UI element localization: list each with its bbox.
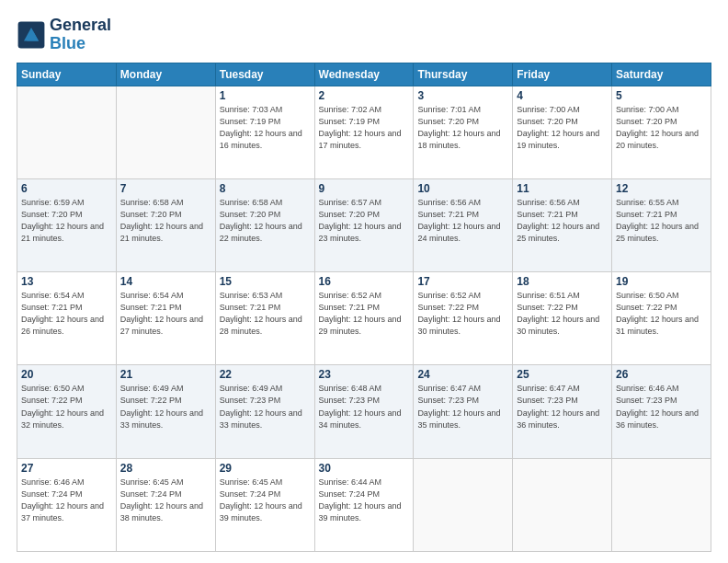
calendar-week-1: 1Sunrise: 7:03 AMSunset: 7:19 PMDaylight… — [17, 86, 711, 178]
day-info: Sunrise: 6:52 AMSunset: 7:22 PMDaylight:… — [417, 290, 508, 338]
day-info: Sunrise: 6:49 AMSunset: 7:22 PMDaylight:… — [120, 383, 211, 431]
day-number: 18 — [517, 275, 608, 288]
day-number: 16 — [319, 275, 410, 288]
day-info: Sunrise: 7:00 AMSunset: 7:20 PMDaylight:… — [616, 104, 707, 152]
day-info: Sunrise: 6:47 AMSunset: 7:23 PMDaylight:… — [417, 383, 508, 431]
calendar-week-2: 6Sunrise: 6:59 AMSunset: 7:20 PMDaylight… — [17, 178, 711, 271]
calendar-cell: 4Sunrise: 7:00 AMSunset: 7:20 PMDaylight… — [513, 86, 612, 178]
day-number: 9 — [319, 182, 410, 195]
day-info: Sunrise: 6:54 AMSunset: 7:21 PMDaylight:… — [120, 290, 211, 338]
day-info: Sunrise: 6:45 AMSunset: 7:24 PMDaylight:… — [120, 477, 211, 524]
calendar-cell: 12Sunrise: 6:55 AMSunset: 7:21 PMDayligh… — [612, 178, 711, 271]
day-number: 19 — [616, 275, 707, 288]
day-number: 17 — [417, 275, 508, 288]
day-number: 30 — [319, 462, 410, 475]
day-number: 3 — [417, 89, 508, 102]
day-info: Sunrise: 6:51 AMSunset: 7:22 PMDaylight:… — [517, 290, 608, 338]
day-number: 4 — [517, 89, 608, 102]
day-number: 10 — [417, 182, 508, 195]
day-info: Sunrise: 6:50 AMSunset: 7:22 PMDaylight:… — [21, 383, 112, 431]
calendar-table: SundayMondayTuesdayWednesdayThursdayFrid… — [17, 63, 711, 552]
weekday-header-monday: Monday — [116, 63, 215, 86]
calendar-cell: 8Sunrise: 6:58 AMSunset: 7:20 PMDaylight… — [215, 178, 314, 271]
day-number: 2 — [319, 89, 410, 102]
day-info: Sunrise: 6:46 AMSunset: 7:23 PMDaylight:… — [616, 383, 707, 431]
day-info: Sunrise: 6:48 AMSunset: 7:23 PMDaylight:… — [319, 383, 410, 431]
calendar-cell — [414, 458, 513, 551]
weekday-header-friday: Friday — [513, 63, 612, 86]
day-info: Sunrise: 6:55 AMSunset: 7:21 PMDaylight:… — [616, 197, 707, 245]
day-number: 11 — [517, 182, 608, 195]
logo: General Blue — [17, 17, 111, 53]
calendar-cell: 21Sunrise: 6:49 AMSunset: 7:22 PMDayligh… — [116, 365, 215, 458]
calendar-cell: 25Sunrise: 6:47 AMSunset: 7:23 PMDayligh… — [513, 365, 612, 458]
day-info: Sunrise: 6:49 AMSunset: 7:23 PMDaylight:… — [220, 383, 311, 431]
calendar-cell: 26Sunrise: 6:46 AMSunset: 7:23 PMDayligh… — [612, 365, 711, 458]
day-info: Sunrise: 6:47 AMSunset: 7:23 PMDaylight:… — [517, 383, 608, 431]
calendar-cell: 23Sunrise: 6:48 AMSunset: 7:23 PMDayligh… — [314, 365, 414, 458]
day-number: 20 — [21, 368, 112, 381]
day-info: Sunrise: 6:44 AMSunset: 7:24 PMDaylight:… — [319, 477, 410, 524]
calendar-cell: 15Sunrise: 6:53 AMSunset: 7:21 PMDayligh… — [215, 272, 314, 365]
calendar-week-5: 27Sunrise: 6:46 AMSunset: 7:24 PMDayligh… — [17, 458, 711, 551]
calendar-cell: 2Sunrise: 7:02 AMSunset: 7:19 PMDaylight… — [314, 86, 414, 178]
weekday-header-row: SundayMondayTuesdayWednesdayThursdayFrid… — [17, 63, 711, 86]
calendar-cell — [513, 458, 612, 551]
day-info: Sunrise: 6:53 AMSunset: 7:21 PMDaylight:… — [220, 290, 311, 338]
day-number: 8 — [220, 182, 311, 195]
calendar-cell — [612, 458, 711, 551]
day-number: 29 — [220, 462, 311, 475]
calendar-cell: 29Sunrise: 6:45 AMSunset: 7:24 PMDayligh… — [215, 458, 314, 551]
day-number: 24 — [417, 368, 508, 381]
day-info: Sunrise: 7:00 AMSunset: 7:20 PMDaylight:… — [517, 104, 608, 152]
day-number: 28 — [120, 462, 211, 475]
weekday-header-thursday: Thursday — [414, 63, 513, 86]
calendar-cell: 5Sunrise: 7:00 AMSunset: 7:20 PMDaylight… — [612, 86, 711, 178]
weekday-header-tuesday: Tuesday — [215, 63, 314, 86]
day-info: Sunrise: 7:02 AMSunset: 7:19 PMDaylight:… — [319, 104, 410, 152]
day-number: 25 — [517, 368, 608, 381]
calendar-week-4: 20Sunrise: 6:50 AMSunset: 7:22 PMDayligh… — [17, 365, 711, 458]
calendar-cell — [116, 86, 215, 178]
day-number: 21 — [120, 368, 211, 381]
weekday-header-saturday: Saturday — [612, 63, 711, 86]
page: General Blue SundayMondayTuesdayWednesda… — [0, 0, 728, 563]
day-number: 5 — [616, 89, 707, 102]
day-info: Sunrise: 6:59 AMSunset: 7:20 PMDaylight:… — [21, 197, 112, 245]
calendar-cell: 10Sunrise: 6:56 AMSunset: 7:21 PMDayligh… — [414, 178, 513, 271]
calendar-cell: 28Sunrise: 6:45 AMSunset: 7:24 PMDayligh… — [116, 458, 215, 551]
day-info: Sunrise: 6:57 AMSunset: 7:20 PMDaylight:… — [319, 197, 410, 245]
day-number: 7 — [120, 182, 211, 195]
day-info: Sunrise: 6:50 AMSunset: 7:22 PMDaylight:… — [616, 290, 707, 338]
calendar-cell: 9Sunrise: 6:57 AMSunset: 7:20 PMDaylight… — [314, 178, 414, 271]
day-number: 1 — [220, 89, 311, 102]
day-info: Sunrise: 6:52 AMSunset: 7:21 PMDaylight:… — [319, 290, 410, 338]
day-info: Sunrise: 6:54 AMSunset: 7:21 PMDaylight:… — [21, 290, 112, 338]
day-info: Sunrise: 6:58 AMSunset: 7:20 PMDaylight:… — [120, 197, 211, 245]
calendar-cell: 20Sunrise: 6:50 AMSunset: 7:22 PMDayligh… — [17, 365, 117, 458]
day-info: Sunrise: 6:56 AMSunset: 7:21 PMDaylight:… — [517, 197, 608, 245]
calendar-cell: 30Sunrise: 6:44 AMSunset: 7:24 PMDayligh… — [314, 458, 414, 551]
weekday-header-wednesday: Wednesday — [314, 63, 414, 86]
calendar-cell: 11Sunrise: 6:56 AMSunset: 7:21 PMDayligh… — [513, 178, 612, 271]
day-number: 14 — [120, 275, 211, 288]
logo-icon — [17, 20, 46, 50]
calendar-cell: 6Sunrise: 6:59 AMSunset: 7:20 PMDaylight… — [17, 178, 117, 271]
day-info: Sunrise: 6:56 AMSunset: 7:21 PMDaylight:… — [417, 197, 508, 245]
day-number: 26 — [616, 368, 707, 381]
weekday-header-sunday: Sunday — [17, 63, 117, 86]
calendar-week-3: 13Sunrise: 6:54 AMSunset: 7:21 PMDayligh… — [17, 272, 711, 365]
day-number: 27 — [21, 462, 112, 475]
calendar-cell: 17Sunrise: 6:52 AMSunset: 7:22 PMDayligh… — [414, 272, 513, 365]
calendar-cell: 1Sunrise: 7:03 AMSunset: 7:19 PMDaylight… — [215, 86, 314, 178]
day-info: Sunrise: 7:01 AMSunset: 7:20 PMDaylight:… — [417, 104, 508, 152]
day-info: Sunrise: 6:46 AMSunset: 7:24 PMDaylight:… — [21, 477, 112, 524]
calendar-cell: 13Sunrise: 6:54 AMSunset: 7:21 PMDayligh… — [17, 272, 117, 365]
calendar-cell: 22Sunrise: 6:49 AMSunset: 7:23 PMDayligh… — [215, 365, 314, 458]
logo-text: General Blue — [50, 17, 111, 53]
day-info: Sunrise: 6:45 AMSunset: 7:24 PMDaylight:… — [220, 477, 311, 524]
header: General Blue — [17, 17, 711, 53]
calendar-cell: 18Sunrise: 6:51 AMSunset: 7:22 PMDayligh… — [513, 272, 612, 365]
calendar-cell: 19Sunrise: 6:50 AMSunset: 7:22 PMDayligh… — [612, 272, 711, 365]
day-number: 12 — [616, 182, 707, 195]
